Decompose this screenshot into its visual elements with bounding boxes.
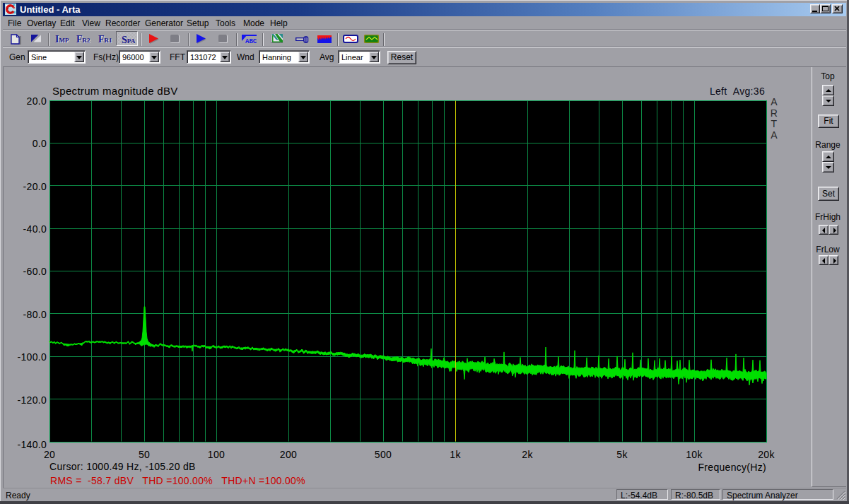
svg-text:ABC: ABC	[245, 38, 257, 44]
